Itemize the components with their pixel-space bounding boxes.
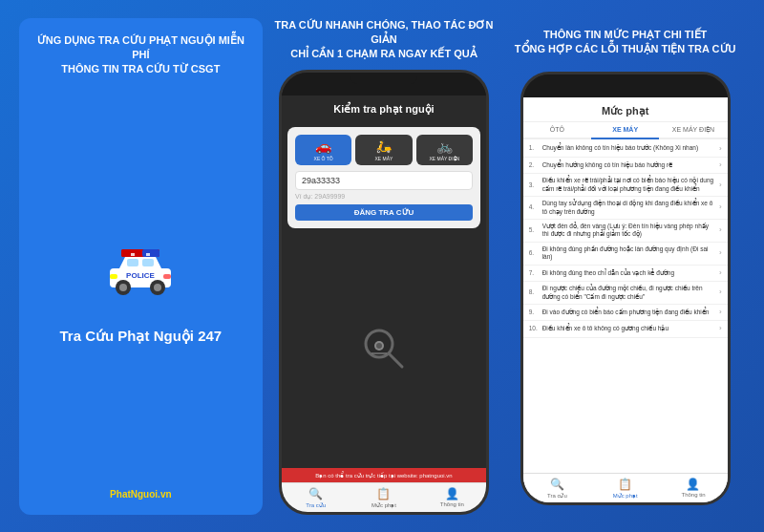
car-tab-icon: 🚗 xyxy=(315,138,331,154)
vt-tab-xemay[interactable]: XE MÁY xyxy=(591,122,659,139)
right-header: THÔNG TIN MỨC PHẠT CHI TIẾT TỔNG HỢP CÁC… xyxy=(515,28,736,62)
vehicle-tab-ebike[interactable]: 🚲 XE MÁY ĐIỆN xyxy=(416,135,473,165)
violation-text-7: Đi không đúng theo chỉ dẫn của vạch kẻ đ… xyxy=(542,269,717,277)
middle-header: TRA CỨU NHANH CHÓNG, THAO TÁC ĐƠN GIẢN C… xyxy=(272,18,497,62)
violation-text-9: Đi vào đường có biển báo cấm phương tiện… xyxy=(542,309,717,316)
phone-content: Kiểm tra phạt nguội 🚗 XE Ô TÔ 🛵 XE MÁY xyxy=(282,96,486,512)
violation-text-1: Chuyển làn không có tín hiệu báo trước (… xyxy=(542,144,717,152)
right-nav-mucphat[interactable]: 📋 Mức phạt xyxy=(591,478,659,499)
left-header-line1: ỨNG DỤNG TRA CỨU PHẠT NGUỘI MIỄN PHÍ xyxy=(29,33,253,63)
left-header-line2: THÔNG TIN TRA CỨU TỪ CSGT xyxy=(29,62,253,76)
violation-item-3[interactable]: 3. Điều khiển xe rẽ trái/phải tại nơi có… xyxy=(523,174,728,197)
svg-rect-12 xyxy=(110,274,117,279)
svg-line-16 xyxy=(389,353,402,367)
police-car-icon: POLICE xyxy=(102,242,179,299)
right-nav-thongtin[interactable]: 👤 Thông tin xyxy=(659,478,727,499)
nav-mucphat-label: Mức phạt xyxy=(371,501,396,508)
violation-item-2[interactable]: 2. Chuyển hướng không có tín hiệu báo hư… xyxy=(523,158,728,174)
vt-tab-oto[interactable]: ÔTÔ xyxy=(523,122,591,139)
vt-tab-xemaydien[interactable]: XE MÁY ĐIỆN xyxy=(659,122,727,139)
violation-text-10: Điều khiển xe ô tô không có gương chiếu … xyxy=(542,325,717,332)
search-form: 🚗 XE Ô TÔ 🛵 XE MÁY 🚲 XE MÁY ĐIỆN xyxy=(287,127,480,228)
nav-mucphat[interactable]: 📋 Mức phạt xyxy=(350,487,417,508)
motorbike-tab-icon: 🛵 xyxy=(375,138,392,154)
right-nav-thongtin-label: Thông tin xyxy=(681,492,705,498)
search-result-icon xyxy=(360,325,408,376)
violation-chevron-8: › xyxy=(719,287,722,297)
right-nav-mucphat-icon: 📋 xyxy=(618,478,632,491)
svg-rect-2 xyxy=(142,249,159,257)
app-header-title: Kiểm tra phạt nguội xyxy=(291,103,477,116)
violation-chevron-1: › xyxy=(719,144,722,154)
violation-num-2: 2. xyxy=(529,161,539,169)
nav-search-icon: 🔍 xyxy=(308,487,323,500)
app-header: Kiểm tra phạt nguội xyxy=(282,96,486,121)
right-bottom-nav: 🔍 Tra cứu 📋 Mức phạt 👤 Thông tin xyxy=(523,473,728,502)
svg-rect-13 xyxy=(163,274,171,279)
right-nav-search-icon: 🔍 xyxy=(550,478,564,491)
violation-item-10[interactable]: 10. Điều khiển xe ô tô không có gương ch… xyxy=(523,321,728,337)
violation-item-9[interactable]: 9. Đi vào đường có biển báo cấm phương t… xyxy=(523,305,728,321)
violation-text-3: Điều khiển xe rẽ trái/phải tại nơi có bi… xyxy=(542,177,717,193)
main-container: ỨNG DỤNG TRA CỨU PHẠT NGUỘI MIỄN PHÍ THÔ… xyxy=(10,9,754,524)
right-phone-top xyxy=(523,74,728,97)
right-header-line1: THÔNG TIN MỨC PHẠT CHI TIẾT xyxy=(515,28,736,42)
phone-mockup-right: Mức phạt ÔTÔ XE MÁY XE MÁY ĐIỆN 1. Chuyể… xyxy=(520,72,731,505)
right-nav-thongtin-icon: 👤 xyxy=(686,478,700,491)
violation-text-5: Vượt đèn đỏ, đèn vàng (Lưu ý: Đèn tín hi… xyxy=(542,223,717,239)
violation-chevron-10: › xyxy=(719,324,722,333)
violation-chevron-2: › xyxy=(719,160,722,170)
violation-list: 1. Chuyển làn không có tín hiệu báo trướ… xyxy=(523,139,728,473)
violation-item-5[interactable]: 5. Vượt đèn đỏ, đèn vàng (Lưu ý: Đèn tín… xyxy=(523,220,728,243)
violation-item-1[interactable]: 1. Chuyển làn không có tín hiệu báo trướ… xyxy=(523,141,728,158)
nav-search[interactable]: 🔍 Tra cứu xyxy=(282,487,350,508)
ebike-tab-label: XE MÁY ĐIỆN xyxy=(429,156,459,161)
right-panel: THÔNG TIN MỨC PHẠT CHI TIẾT TỔNG HỢP CÁC… xyxy=(505,18,745,515)
violation-num-7: 7. xyxy=(529,269,539,277)
violation-chevron-7: › xyxy=(719,268,722,278)
car-tab-label: XE Ô TÔ xyxy=(314,156,333,161)
ebike-tab-icon: 🚲 xyxy=(436,138,453,154)
violation-item-8[interactable]: 8. Đi ngược chiều của đường một chiều, đ… xyxy=(523,282,728,305)
violation-num-4: 4. xyxy=(529,203,539,211)
violation-num-10: 10. xyxy=(529,325,539,332)
muc-phat-title: Mức phạt xyxy=(531,105,720,117)
license-plate-input[interactable]: 29a33333 xyxy=(295,171,473,190)
violation-text-8: Đi ngược chiều của đường một chiều, đi n… xyxy=(542,285,717,301)
nav-search-label: Tra cứu xyxy=(306,501,326,508)
violation-item-7[interactable]: 7. Đi không đúng theo chỉ dẫn của vạch k… xyxy=(523,266,728,282)
violation-num-3: 3. xyxy=(529,181,539,189)
violation-chevron-9: › xyxy=(719,308,722,317)
violation-num-5: 5. xyxy=(529,226,539,234)
vehicle-tab-motorbike[interactable]: 🛵 XE MÁY xyxy=(355,135,412,165)
left-header: ỨNG DỤNG TRA CỨU PHẠT NGUỘI MIỄN PHÍ THÔ… xyxy=(29,33,253,77)
violation-num-8: 8. xyxy=(529,288,539,296)
svg-point-18 xyxy=(376,343,382,349)
vehicle-type-tabs: ÔTÔ XE MÁY XE MÁY ĐIỆN xyxy=(523,122,728,139)
phone-mockup-middle: Kiểm tra phạt nguội 🚗 XE Ô TÔ 🛵 XE MÁY xyxy=(279,70,489,515)
violation-item-6[interactable]: 6. Đi không đúng phần đường hoặc làn đườ… xyxy=(523,243,728,266)
right-header-line2: TỔNG HỢP CÁC LỖI THUẬN TIỆN TRA CỨU xyxy=(515,42,736,56)
violation-chevron-5: › xyxy=(719,225,722,235)
nav-thongtin-label: Thông tin xyxy=(440,501,464,507)
right-nav-search-label: Tra cứu xyxy=(547,492,567,499)
bottom-nav-middle: 🔍 Tra cứu 📋 Mức phạt 👤 Thông tin xyxy=(282,482,486,512)
website-note: Bạn có thể tra cứu trực tiếp tại website… xyxy=(282,468,486,482)
vehicle-tab-car[interactable]: 🚗 XE Ô TÔ xyxy=(295,135,351,165)
violation-num-6: 6. xyxy=(529,249,539,257)
search-placeholder: Ví dụ: 29A99999 xyxy=(295,193,473,201)
violation-item-4[interactable]: 4. Dùng tay sử dụng điện thoại di động k… xyxy=(523,197,728,220)
right-nav-search[interactable]: 🔍 Tra cứu xyxy=(523,478,591,499)
left-content: POLICE Tra Cứu Phạt Nguội 247 xyxy=(59,87,222,481)
nav-mucphat-icon: 📋 xyxy=(376,487,391,500)
search-result-area xyxy=(282,234,486,468)
svg-rect-7 xyxy=(142,259,154,266)
svg-text:POLICE: POLICE xyxy=(126,271,155,280)
nav-thongtin[interactable]: 👤 Thông tin xyxy=(418,487,486,508)
violation-chevron-6: › xyxy=(719,248,722,258)
search-button[interactable]: ĐĂNG TRA CỨU xyxy=(295,204,473,221)
license-plate-value: 29a33333 xyxy=(302,176,340,185)
violation-text-2: Chuyển hướng không có tín hiệu báo hướng… xyxy=(542,161,717,169)
middle-panel: TRA CỨU NHANH CHÓNG, THAO TÁC ĐƠN GIẢN C… xyxy=(272,18,497,515)
left-panel: ỨNG DỤNG TRA CỨU PHẠT NGUỘI MIỄN PHÍ THÔ… xyxy=(19,18,263,515)
